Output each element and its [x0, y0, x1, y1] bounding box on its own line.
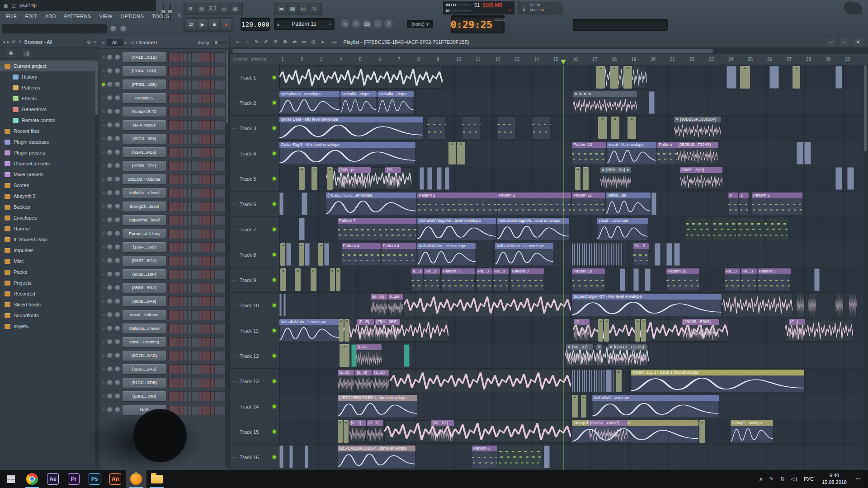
- menu-item-file[interactable]: FILE: [2, 11, 21, 22]
- browser-menu-icon[interactable]: ≡: [94, 39, 96, 44]
- playlist-clip[interactable]: [835, 167, 842, 190]
- playlist-clip[interactable]: [726, 66, 736, 89]
- playlist-clip[interactable]: »: [793, 66, 800, 89]
- playlist-clip[interactable]: [427, 117, 446, 139]
- menu-item-add[interactable]: ADD: [41, 11, 60, 22]
- preview-speaker-icon[interactable]: ◁): [22, 49, 31, 58]
- playlist-clip[interactable]: »: [295, 268, 301, 291]
- browser-item[interactable]: Recent files: [0, 126, 99, 136]
- playlist-clip[interactable]: Pattern 7: [338, 218, 416, 240]
- volume-knob[interactable]: [115, 299, 120, 304]
- playlist-clip[interactable]: Valhalla...elope: [377, 91, 414, 114]
- step-sequencer[interactable]: [168, 378, 226, 388]
- pan-knob[interactable]: [107, 109, 113, 114]
- playlist-clip[interactable]: »: [327, 167, 333, 190]
- channel-led[interactable]: [102, 395, 105, 398]
- pan-knob[interactable]: [107, 95, 113, 101]
- playlist-clip[interactable]: »: [635, 319, 640, 342]
- channel-led[interactable]: [102, 70, 105, 72]
- record-button[interactable]: ●: [221, 19, 231, 29]
- playlist-clip[interactable]: Pattern 4: [382, 243, 416, 266]
- channel-button[interactable]: Kontakt 5 #2: [123, 107, 166, 117]
- menu-item-options[interactable]: OPTIONS: [117, 11, 148, 22]
- pan-knob[interactable]: [107, 82, 113, 87]
- menu-item-edit[interactable]: EDIT: [21, 11, 41, 22]
- channel-button[interactable]: {2B25...2A5}: [123, 364, 166, 374]
- add-plus-icon[interactable]: ✚: [6, 49, 15, 58]
- playlist-clip[interactable]: vocal -...nvelope: [597, 218, 648, 240]
- track-header[interactable]: ⋯Track 6: [230, 192, 279, 217]
- pan-knob[interactable]: [107, 190, 113, 196]
- browser-item[interactable]: Absynth 5: [0, 191, 99, 202]
- channel-button[interactable]: {D004...02D}: [123, 66, 166, 76]
- playlist-clip[interactable]: »: [339, 319, 344, 342]
- playlist-clip[interactable]: s...pe: [388, 294, 403, 316]
- animate-icon[interactable]: An: [105, 470, 126, 488]
- channel-led[interactable]: [102, 300, 105, 303]
- tempo-display[interactable]: 120.000: [241, 18, 270, 31]
- photoshop-icon[interactable]: Ps: [84, 470, 105, 488]
- pan-knob[interactable]: [107, 204, 113, 209]
- channel-led[interactable]: [102, 219, 105, 221]
- track-lane[interactable]: Pattern 7ValhallaVintageVe...level envel…: [279, 217, 863, 242]
- channel-led[interactable]: [102, 56, 105, 59]
- pan-knob[interactable]: [107, 312, 113, 318]
- playlist-clip[interactable]: »: [610, 66, 618, 89]
- zero-cross-label[interactable]: Z-CROSS: [233, 58, 248, 61]
- track-led[interactable]: [273, 253, 276, 256]
- step-sequencer[interactable]: [168, 229, 226, 239]
- track-header[interactable]: ⋯Track 7: [230, 217, 279, 242]
- volume-knob[interactable]: [115, 285, 120, 291]
- playlist-clip[interactable]: »: [280, 243, 285, 266]
- step-sequencer[interactable]: [168, 215, 226, 225]
- volume-knob[interactable]: [115, 312, 120, 318]
- step-sequencer[interactable]: [168, 107, 226, 117]
- playlist-clip[interactable]: {3...7}: [349, 420, 366, 443]
- playlist-clip[interactable]: »: [311, 268, 316, 291]
- playlist-clip[interactable]: [462, 117, 481, 139]
- pattern-mode-icon[interactable]: ▣: [277, 4, 286, 13]
- channel-led[interactable]: [102, 327, 105, 330]
- step-sequencer[interactable]: [168, 351, 226, 361]
- delete-tool-icon[interactable]: ⊘: [271, 39, 280, 45]
- playlist-clip[interactable]: ✕ {90BB55F...05018F}: [674, 117, 721, 139]
- playlist-clip[interactable]: Pattern 4: [342, 243, 381, 266]
- track-lane[interactable]: {2E7CAEB8-5DBB-4...lume envelope»»Valhal…: [279, 394, 863, 419]
- playlist-clip[interactable]: ValhallaVinta...el envelope: [417, 243, 476, 266]
- channel-led[interactable]: [102, 314, 105, 316]
- playlist-clip[interactable]: [849, 294, 857, 316]
- playlist-clip[interactable]: Pattern 11: [572, 192, 605, 215]
- stretch-label[interactable]: STRETCH: [251, 58, 266, 61]
- track-options-icon[interactable]: ⋯: [233, 177, 237, 181]
- grid-icon[interactable]: ▦: [231, 4, 240, 13]
- playlist-clip[interactable]: »: [596, 66, 605, 89]
- volume-knob[interactable]: [115, 150, 120, 155]
- volume-knob[interactable]: [115, 82, 120, 87]
- track-header[interactable]: ⋯Track 14: [230, 394, 279, 419]
- volume-knob[interactable]: [115, 353, 120, 358]
- playlist-clip[interactable]: [420, 167, 425, 190]
- track-header[interactable]: ⋯Track 8: [230, 242, 279, 267]
- playlist-clip[interactable]: »: [340, 344, 349, 367]
- channel-button[interactable]: {FFBB...1B5}: [123, 80, 166, 89]
- playlist-clip[interactable]: {2...}: [574, 319, 589, 342]
- step-sequencer[interactable]: [168, 296, 226, 306]
- playlist-clip[interactable]: »: [299, 243, 304, 266]
- playlist-clip[interactable]: Pattern 10: [572, 268, 605, 291]
- track-led[interactable]: [273, 278, 276, 282]
- track-led[interactable]: [273, 76, 276, 79]
- playlist-clip[interactable]: [384, 420, 571, 443]
- playlist-timeline-ruler[interactable]: Z-CROSS STRETCH 123456789101112131415161…: [230, 54, 868, 65]
- channel-button[interactable]: {85B6...8BA}: [123, 283, 166, 293]
- track-options-icon[interactable]: ⋯: [233, 354, 237, 358]
- playlist-clip[interactable]: ✕: [596, 344, 602, 367]
- playlist-nav-arrows[interactable]: ◂ ▸: [332, 40, 337, 44]
- channel-led[interactable]: [102, 341, 105, 343]
- playlist-clip[interactable]: »: [598, 319, 603, 342]
- volume-knob[interactable]: [115, 326, 120, 331]
- step-sequencer[interactable]: [168, 324, 226, 333]
- playlist-clip[interactable]: [437, 167, 442, 190]
- pen-input-icon[interactable]: ✎: [766, 470, 777, 488]
- playlist-clip[interactable]: {3...7}: [367, 420, 384, 443]
- playlist-clip[interactable]: »: [627, 117, 636, 139]
